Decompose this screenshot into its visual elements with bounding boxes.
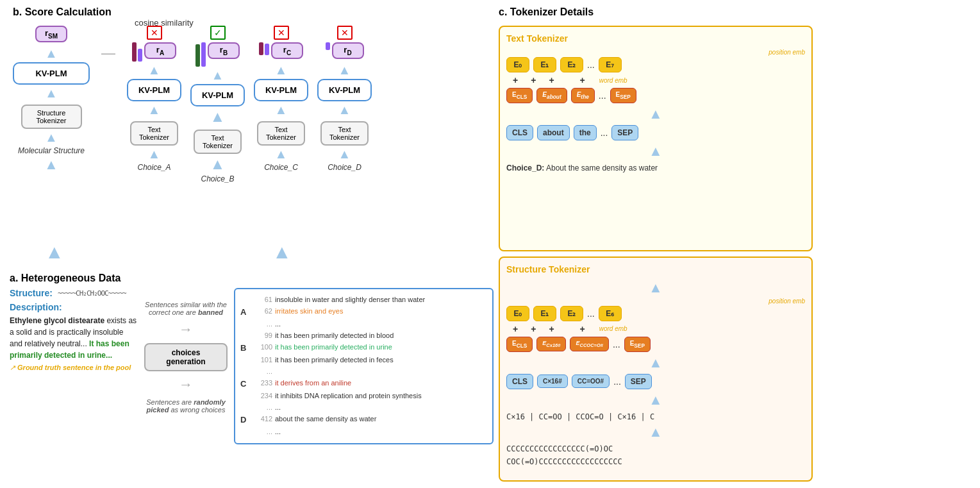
- struct-tok-arrow2: ▲: [506, 392, 805, 408]
- arrow-up-d: ▲: [338, 63, 351, 78]
- hetero-left: Structure: ~~~~~CH₂CH₂OOC~~~~~ Descripti…: [10, 288, 138, 372]
- arrow-right-gen: →: [179, 321, 193, 338]
- description-text: Ethylene glycol distearate exists as a s…: [10, 315, 138, 361]
- choice-d-bold: Choice_D:: [506, 164, 544, 172]
- text-tok-title: Text Tokenizer: [506, 33, 805, 44]
- choice-d-text-label: Choice_D: About the same density as wate…: [506, 164, 805, 172]
- arrow-up-sm3: ▲: [45, 130, 58, 145]
- choice-c-group: ✕ rC ▲ KV-PLM ▲ TextTokenizer ▲ Choice_C: [254, 26, 308, 172]
- arrow-up-a3: ▲: [148, 147, 161, 162]
- text-tok-b-box: TextTokenizer: [194, 130, 242, 154]
- text-ecls: ECLS: [506, 88, 533, 103]
- choice-a-group: ✕ rA ▲ KV-PLM ▲ TextTokenizer ▲ Choice_A: [127, 26, 181, 172]
- text-tok-d-box: TextTokenizer: [320, 121, 369, 146]
- random-text: Sentences are randomlypicked as wrong ch…: [146, 398, 226, 414]
- x-icon-c: ✕: [274, 26, 289, 40]
- r-sm-label: rSM: [35, 26, 67, 42]
- choices-row-62: A 62 irritates skin and eyes: [240, 306, 487, 319]
- r-c-with-bars: rC: [259, 42, 303, 62]
- text-tok-a-box: TextTokenizer: [130, 121, 178, 146]
- text-tok-arrow: ▲: [506, 106, 805, 122]
- struct-tok-arrow: ▲: [506, 355, 805, 371]
- choices-row-100: B 100 it has been primarily detected in …: [240, 342, 487, 355]
- struct-cx16-tok: C×16#: [537, 374, 568, 388]
- desc-bold: Ethylene glycol distearate: [10, 316, 104, 325]
- hetero-middle: Sentences similar with thecorrect one ar…: [144, 288, 228, 414]
- r-d-with-bars: rD: [326, 42, 364, 62]
- random-note: Sentences are randomlypicked as wrong ch…: [146, 398, 226, 414]
- struct-e-row: E₀ E₁ E₂ ... E₆: [506, 306, 805, 321]
- text-esep: ESEP: [610, 88, 636, 103]
- hetero-data-section: a. Heterogeneous Data Structure: ~~~~~CH…: [6, 273, 494, 488]
- description-label: Description:: [10, 302, 138, 312]
- text-word-emb-label: word emb: [599, 77, 627, 84]
- struct-ecx16: ECx16#: [536, 337, 566, 351]
- choice-d-group: ✕ rD ▲ KV-PLM ▲ TextTokenizer ▲ Choice_D: [317, 26, 372, 172]
- choice-d-label: Choice_D: [328, 163, 361, 172]
- struct-plus-row: + + + + word emb: [506, 324, 805, 334]
- ground-truth-text: Ground truth sentence in the pool: [17, 364, 131, 371]
- choice-a-label: Choice_A: [137, 163, 170, 172]
- choices-row-dots2: ...: [240, 366, 487, 378]
- x-icon-d: ✕: [337, 26, 353, 40]
- struct-sep-tok: SEP: [625, 374, 652, 389]
- struct-cls-tok: CLS: [506, 374, 533, 389]
- text-plus-row: + + + + word emb: [506, 75, 805, 85]
- struct-eccoc: ECCOC=O#: [570, 337, 608, 351]
- struct-position-emb-label: position emb: [768, 298, 805, 305]
- arrow-up-a2: ▲: [148, 103, 161, 117]
- struct-esep: ESEP: [624, 337, 651, 352]
- text-about-tok: about: [537, 125, 570, 140]
- choice-b-label: Choice_B: [201, 174, 234, 183]
- arrow-up-d2: ▲: [338, 103, 351, 117]
- left-panel: b. Score Calculation cosine similarity r…: [6, 6, 494, 482]
- kvplm-b-box: KV-PLM: [190, 84, 245, 106]
- struct-e1: E₁: [533, 306, 556, 321]
- check-icon-b: ✓: [210, 26, 226, 40]
- big-arrow-choice-b: ▲: [272, 241, 292, 263]
- text-tok-arrow2: ▲: [506, 143, 805, 160]
- choices-gen-box: choices generation: [144, 343, 228, 371]
- smiles-line2: COC(=O)CCCCCCCCCCCCCCCCCC: [506, 457, 805, 466]
- arrow-up-c2: ▲: [275, 103, 288, 117]
- kvplm-sm-row: KV-PLM: [13, 62, 90, 85]
- ground-truth-label: ↗ Ground truth sentence in the pool: [10, 364, 138, 372]
- score-calc-title: b. Score Calculation: [13, 6, 112, 18]
- text-sep-tok: SEP: [611, 125, 638, 140]
- structure-tokenizer-section: Structure Tokenizer ▲ position emb E₀ E₁…: [499, 257, 813, 482]
- arrow-up-sm: ▲: [45, 46, 58, 61]
- text-tok-c-box: TextTokenizer: [257, 121, 305, 146]
- choices-row-dots1: ... ...: [240, 319, 487, 330]
- text-tokenizer-section: Text Tokenizer position emb E₀ E₁ E₂ ...…: [499, 26, 813, 251]
- arrow-up-b2: ▲: [210, 108, 226, 126]
- choices-row-233: C 233 it derives from an aniline: [240, 378, 487, 391]
- choice-c-label: Choice_C: [264, 163, 298, 172]
- structure-line: ~~~~~CH₂CH₂OOC~~~~~: [58, 289, 126, 298]
- choices-row-99: 99 it has been primarily detected in blo…: [240, 330, 487, 342]
- text-position-emb-label: position emb: [768, 49, 805, 56]
- struct-tok-top-arrow: ▲: [506, 280, 805, 296]
- c-title: c. Tokenizer Details: [499, 6, 813, 18]
- text-e1: E₁: [533, 57, 556, 72]
- struct-e6: E₆: [599, 306, 622, 321]
- struct-e0: E₀: [506, 306, 529, 321]
- r-a-label: rA: [144, 42, 176, 59]
- arrow-up-b: ▲: [212, 68, 224, 83]
- text-ethe: Ethe: [571, 88, 595, 103]
- choices-row-234: 234 it inhibits DNA replication and prot…: [240, 391, 487, 402]
- choice-b-group: ✓ rB ▲ KV-PLM ▲ TextTokenizer ▲ Choice_B: [190, 26, 245, 183]
- text-e2: E₂: [560, 57, 583, 72]
- arrow-up-c: ▲: [275, 63, 288, 78]
- text-token-row: CLS about the ... SEP: [506, 125, 805, 140]
- arrow-up-b3: ▲: [210, 155, 226, 173]
- kvplm-sm-box: KV-PLM: [13, 62, 90, 85]
- text-the-tok: the: [574, 125, 597, 140]
- hetero-title: a. Heterogeneous Data: [10, 273, 494, 284]
- banned-note: Sentences similar with thecorrect one ar…: [145, 301, 227, 316]
- struct-tok-arrow3: ▲: [506, 424, 805, 441]
- choices-row-61: 61 insoluble in water and slightly dense…: [240, 294, 487, 306]
- choice-d-text-val: About the same density as water: [546, 164, 658, 172]
- big-arrow-mol: ▲: [45, 241, 64, 263]
- choices-box: 61 insoluble in water and slightly dense…: [234, 288, 494, 444]
- arrow-up-a: ▲: [148, 63, 161, 78]
